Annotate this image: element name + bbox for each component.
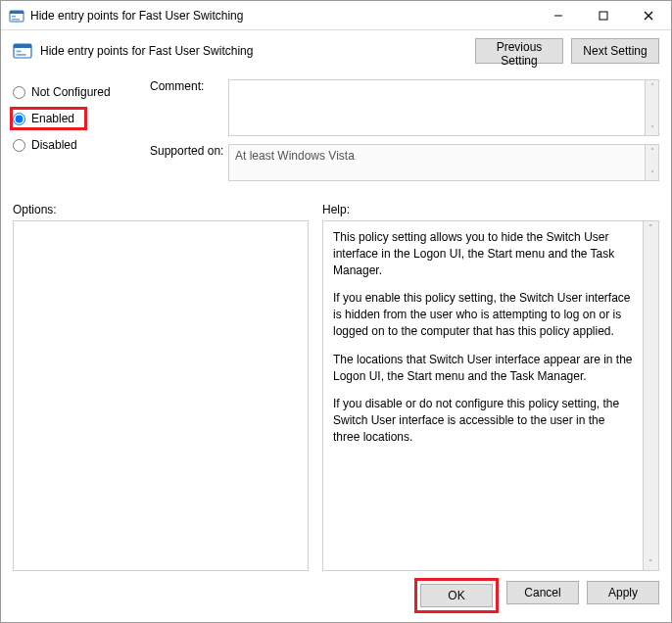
subheader-title: Hide entry points for Fast User Switchin…: [40, 44, 253, 58]
svg-rect-5: [600, 12, 607, 20]
radio-disabled-input[interactable]: [13, 139, 25, 152]
svg-rect-1: [10, 11, 24, 14]
radio-not-configured-input[interactable]: [13, 86, 25, 99]
help-paragraph: If you disable or do not configure this …: [333, 396, 633, 445]
radio-enabled[interactable]: Enabled: [10, 107, 87, 130]
svg-rect-11: [17, 54, 26, 56]
radio-disabled[interactable]: Disabled: [13, 138, 150, 152]
supported-on-field: [228, 144, 646, 181]
radio-not-configured-label: Not Configured: [31, 85, 111, 99]
help-paragraph: This policy setting allows you to hide t…: [333, 229, 633, 278]
ok-highlight: OK: [414, 578, 499, 613]
svg-rect-3: [12, 19, 20, 21]
maximize-button[interactable]: [581, 1, 626, 30]
window-title: Hide entry points for Fast User Switchin…: [30, 9, 536, 23]
comment-scrollbar[interactable]: ˄˅: [646, 79, 659, 136]
cancel-button[interactable]: Cancel: [506, 581, 579, 604]
supported-scrollbar[interactable]: ˄˅: [646, 144, 659, 181]
radio-not-configured[interactable]: Not Configured: [13, 85, 150, 99]
comment-label: Comment:: [150, 79, 228, 136]
radio-enabled-label: Enabled: [31, 112, 74, 125]
svg-rect-2: [12, 16, 16, 18]
options-pane: [13, 220, 309, 571]
options-label: Options:: [13, 203, 322, 216]
close-button[interactable]: [626, 1, 671, 30]
app-icon: [9, 8, 24, 24]
help-scrollbar[interactable]: ˄˅: [644, 220, 659, 571]
help-paragraph: The locations that Switch User interface…: [333, 352, 633, 385]
previous-setting-button[interactable]: Previous Setting: [475, 38, 563, 64]
subheader: Hide entry points for Fast User Switchin…: [13, 41, 467, 61]
minimize-button[interactable]: [536, 1, 581, 30]
svg-rect-9: [14, 44, 31, 48]
supported-on-label: Supported on:: [150, 144, 228, 181]
help-pane: This policy setting allows you to hide t…: [322, 220, 644, 571]
next-setting-button[interactable]: Next Setting: [571, 38, 659, 64]
policy-icon: [13, 41, 32, 61]
apply-button[interactable]: Apply: [587, 581, 659, 604]
help-paragraph: If you enable this policy setting, the S…: [333, 290, 633, 339]
help-label: Help:: [322, 203, 350, 216]
radio-disabled-label: Disabled: [31, 138, 77, 152]
comment-input[interactable]: [228, 79, 646, 136]
ok-button[interactable]: OK: [420, 584, 493, 607]
svg-rect-10: [17, 51, 22, 53]
radio-enabled-input[interactable]: [13, 113, 25, 125]
window-buttons: [536, 1, 671, 30]
titlebar: Hide entry points for Fast User Switchin…: [1, 1, 671, 30]
